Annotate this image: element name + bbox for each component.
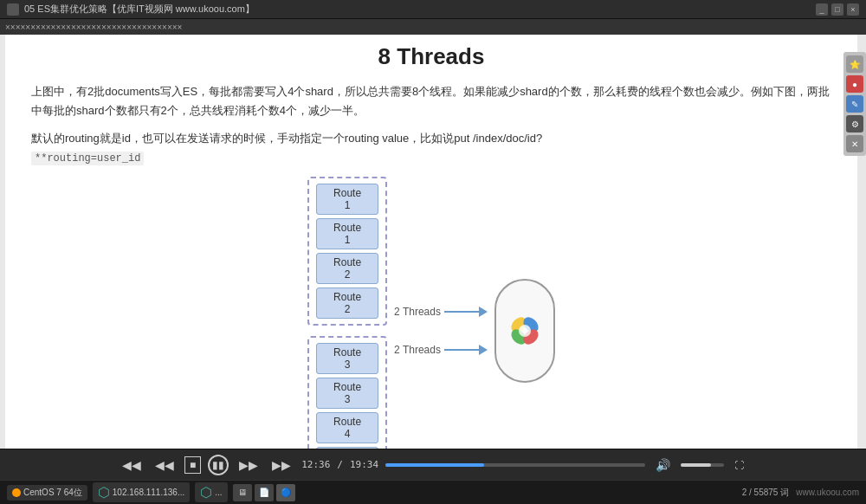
time-current: 12:36: [301, 459, 330, 470]
arrow-line-1: [444, 311, 479, 313]
route-2b: Route 2: [316, 288, 378, 319]
status-bar: CentOS 7 64位 ⬡ 102.168.111.136... ⬡ ... …: [0, 480, 866, 504]
progress-bar[interactable]: [385, 463, 645, 467]
ip-text: 102.168.111.136...: [113, 488, 184, 497]
taskbar-apps: 🖥 📄 🔵: [233, 484, 295, 501]
network-icon-2: ⬡: [200, 484, 212, 501]
minimize-button[interactable]: _: [816, 3, 828, 16]
volume-bar[interactable]: [681, 463, 724, 467]
title-text: 05 ES集群优化策略【优库IT视频网 www.ukoou.com】: [24, 3, 255, 16]
taskbar-app-1[interactable]: 🖥: [233, 484, 252, 501]
volume-icon[interactable]: 🔊: [652, 456, 674, 474]
os-icon: [12, 488, 21, 497]
route-4b: Route 4: [316, 447, 378, 449]
close-button[interactable]: ×: [847, 3, 859, 16]
svg-point-4: [519, 325, 531, 337]
time-separator: /: [337, 459, 343, 470]
title-bar: 05 ES集群优化策略【优库IT视频网 www.ukoou.com】 _ □ ×: [0, 0, 866, 19]
para2-text: 默认的routing就是id，也可以在发送请求的时候，手动指定一个routing…: [31, 132, 542, 145]
group-2: Route 3 Route 3 Route 4 Route 4: [307, 336, 387, 449]
app-icon-1: 🖥: [238, 488, 247, 497]
back-button[interactable]: ◀◀: [152, 456, 178, 474]
code-text: **routing=user_id: [31, 152, 144, 165]
fullscreen-button[interactable]: ⛶: [731, 458, 747, 472]
arrow-head-1: [479, 307, 488, 317]
arrow-row-2: 2 Threads: [394, 344, 488, 356]
ip-info: ⬡ 102.168.111.136...: [93, 482, 190, 502]
action-btn-2[interactable]: ●: [846, 75, 863, 93]
taskbar-app-2[interactable]: 📄: [255, 484, 274, 501]
arrow-section: 2 Threads 2 Threads: [394, 306, 488, 356]
route-3b: Route 3: [316, 378, 378, 409]
ip-info-2: ⬡ ...: [195, 482, 227, 502]
action-panel: ⭐ ● ✎ ⚙ ✕: [843, 52, 866, 156]
app-icon-2: 📄: [259, 488, 269, 497]
diagram-area: Route 1 Route 1 Route 2 Route 2 Route 3 …: [31, 177, 831, 449]
route-2a: Route 2: [316, 253, 378, 284]
heading-8-threads: 8 Threads: [31, 43, 831, 70]
arrow-head-2: [479, 345, 488, 355]
taskbar-app-3[interactable]: 🔵: [276, 484, 295, 501]
ip-text-2: ...: [215, 488, 222, 497]
action-btn-4[interactable]: ⚙: [846, 115, 863, 132]
es-logo-icon: [503, 309, 546, 352]
route-1a: Route 1: [316, 184, 378, 215]
app-icon: [7, 3, 19, 16]
os-info: CentOS 7 64位: [7, 485, 87, 501]
subtitle-text: ×××××××××××××××××××××××××××××××××××: [5, 23, 182, 32]
progress-fill: [385, 463, 484, 467]
group-1: Route 1 Route 1 Route 2 Route 2: [307, 177, 387, 326]
thread-label-1: 2 Threads: [394, 306, 441, 318]
arrow-row-1: 2 Threads: [394, 306, 488, 318]
network-icon: ⬡: [98, 484, 110, 501]
arrow-line-2: [444, 349, 479, 351]
title-bar-left: 05 ES集群优化策略【优库IT视频网 www.ukoou.com】: [7, 3, 255, 16]
watermark: www.ukoou.com: [796, 488, 859, 497]
route-1b: Route 1: [316, 218, 378, 249]
window-controls[interactable]: _ □ ×: [816, 3, 859, 16]
main-area: 8 Threads 上图中，有2批documents写入ES，每批都需要写入4个…: [0, 35, 866, 449]
play-pause-button[interactable]: ▮▮: [208, 455, 229, 475]
action-btn-3[interactable]: ✎: [846, 95, 863, 113]
paragraph-2: 默认的routing就是id，也可以在发送请求的时候，手动指定一个routing…: [31, 129, 831, 167]
time-total: 19:34: [350, 459, 378, 470]
action-btn-5[interactable]: ✕: [846, 135, 863, 152]
thread-label-2: 2 Threads: [394, 344, 441, 356]
status-right: 2 / 55875 词 www.ukoou.com: [742, 487, 859, 499]
maximize-button[interactable]: □: [831, 3, 843, 16]
action-btn-1[interactable]: ⭐: [846, 55, 863, 73]
route-3a: Route 3: [316, 343, 378, 374]
page-info: 2 / 55875 词: [742, 487, 789, 499]
paragraph-1: 上图中，有2批documents写入ES，每批都需要写入4个shard，所以总共…: [31, 82, 831, 120]
stop-button[interactable]: ■: [184, 456, 201, 474]
arrow-1: [444, 307, 488, 317]
os-text: CentOS 7 64位: [23, 487, 82, 499]
route-groups: Route 1 Route 1 Route 2 Route 2 Route 3 …: [307, 177, 387, 449]
previous-button[interactable]: ◀◀: [119, 456, 145, 474]
player-toolbar[interactable]: ◀◀ ◀◀ ■ ▮▮ ▶▶ ▶▶ 12:36 / 19:34 🔊 ⛶: [0, 449, 866, 480]
content-area[interactable]: 8 Threads 上图中，有2批documents写入ES，每批都需要写入4个…: [5, 35, 857, 449]
next-button[interactable]: ▶▶: [268, 456, 294, 474]
arrow-2: [444, 345, 488, 355]
sub-bar: ×××××××××××××××××××××××××××××××××××: [0, 19, 866, 35]
shard-box: [494, 279, 555, 383]
forward-button[interactable]: ▶▶: [236, 456, 262, 474]
status-left: CentOS 7 64位 ⬡ 102.168.111.136... ⬡ ... …: [7, 482, 295, 502]
app-icon-3: 🔵: [281, 488, 291, 497]
volume-fill: [681, 463, 711, 467]
route-4a: Route 4: [316, 412, 378, 443]
